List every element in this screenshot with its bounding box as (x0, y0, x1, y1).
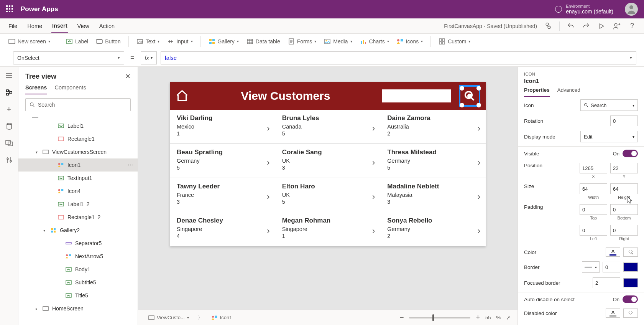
app-launcher-icon[interactable] (6, 5, 14, 13)
forms-menu[interactable]: Forms▾ (288, 38, 317, 45)
prop-border-color[interactable] (623, 262, 638, 272)
media-rail-icon[interactable] (5, 139, 13, 147)
gallery-menu[interactable]: Gallery▾ (209, 38, 239, 45)
gallery-cell[interactable]: Viki DarlingMexico1› (170, 110, 275, 144)
chevron-right-icon[interactable]: › (478, 192, 480, 202)
chevron-right-icon[interactable]: › (267, 124, 269, 134)
app-checker-icon[interactable] (544, 22, 552, 30)
tree-node[interactable]: Label1 (18, 119, 138, 132)
tree-node[interactable]: ▾Gallery2 (18, 224, 138, 237)
fit-icon[interactable]: ⤢ (506, 315, 511, 321)
chevron-right-icon[interactable]: › (372, 192, 375, 202)
gallery-cell[interactable]: Tawny LeederFrance3› (170, 178, 275, 212)
prop-color-swatch[interactable]: A (606, 247, 620, 257)
media-menu[interactable]: Media▾ (324, 38, 352, 45)
share-icon[interactable] (613, 22, 621, 30)
prop-autodisable-toggle[interactable] (623, 295, 638, 303)
breadcrumb-selected[interactable]: Icon1 (208, 313, 236, 322)
input-menu[interactable]: Input▾ (167, 38, 192, 45)
user-avatar[interactable] (625, 3, 638, 16)
gallery-cell[interactable]: Daine ZamoraAustralia2› (380, 110, 486, 144)
redo-icon[interactable] (582, 22, 590, 30)
selected-search-icon[interactable] (459, 85, 480, 107)
menu-home[interactable]: Home (26, 20, 43, 32)
menu-insert[interactable]: Insert (51, 20, 68, 33)
tab-screens[interactable]: Screens (25, 84, 47, 94)
chevron-right-icon[interactable]: › (478, 124, 480, 134)
prop-pad-bottom[interactable]: 0 (610, 204, 638, 215)
tree-node[interactable]: Icon1⋯ (18, 158, 138, 172)
prop-pos-x[interactable]: 1265 (580, 163, 607, 173)
fx-button[interactable]: fx▾ (141, 51, 157, 64)
prop-pad-left[interactable]: 0 (580, 225, 607, 236)
gallery-cell[interactable]: Beau SpratlingGermany5› (170, 144, 275, 178)
tree-node[interactable]: NextArrow5 (18, 250, 138, 263)
prop-rotation-input[interactable]: 0 (610, 115, 638, 126)
tree-node[interactable]: Title5 (18, 289, 138, 302)
charts-menu[interactable]: Charts▾ (360, 38, 389, 45)
prop-pos-y[interactable]: 22 (610, 163, 638, 173)
prop-focused-border-color[interactable] (623, 278, 638, 287)
chevron-right-icon[interactable]: ▸ (34, 307, 39, 311)
breadcrumb-screen[interactable]: ViewCusto... ▾ (145, 313, 192, 322)
zoom-in-icon[interactable]: + (476, 313, 480, 322)
tree-node[interactable]: TextInput1 (18, 172, 138, 185)
chevron-right-icon[interactable]: › (267, 192, 269, 202)
tree-node[interactable]: ▾ViewCustomersScreen (18, 145, 138, 158)
tree-node[interactable]: Subtitle5 (18, 276, 138, 289)
gallery-cell[interactable]: Thresa MilsteadGermany5› (380, 144, 486, 178)
undo-icon[interactable] (567, 22, 575, 30)
prop-disabledcolor-swatch[interactable]: A (606, 309, 620, 318)
prop-fill-swatch[interactable] (623, 247, 638, 257)
chevron-down-icon[interactable]: ▾ (41, 228, 47, 233)
text-menu[interactable]: Abc Text▾ (136, 38, 160, 45)
close-icon[interactable]: ✕ (125, 72, 131, 81)
chevron-right-icon[interactable]: › (267, 226, 269, 236)
chevron-right-icon[interactable]: › (372, 158, 375, 168)
prop-focused-border-width[interactable]: 2 (593, 277, 620, 288)
prop-disabledfill-swatch[interactable] (623, 309, 638, 318)
menu-view[interactable]: View (77, 20, 90, 32)
tab-components[interactable]: Components (54, 84, 86, 94)
tab-advanced[interactable]: Advanced (557, 87, 580, 97)
prop-icon-select[interactable]: Search ▾ (580, 99, 638, 111)
menu-action[interactable]: Action (99, 20, 115, 32)
prop-size-w[interactable]: 64 (580, 183, 607, 194)
prop-size-h[interactable]: 64 (610, 183, 638, 194)
tree-node[interactable]: Body1 (18, 263, 138, 276)
help-icon[interactable]: ? (628, 22, 636, 30)
datatable-button[interactable]: Data table (246, 38, 280, 45)
play-icon[interactable] (597, 22, 606, 30)
chevron-right-icon[interactable]: › (372, 124, 375, 134)
gallery-cell[interactable]: Bruna LylesCanada5› (275, 110, 381, 144)
tree-node[interactable]: Label1_2 (18, 198, 138, 211)
prop-displaymode-select[interactable]: Edit▾ (580, 131, 638, 142)
gallery-cell[interactable]: Sonya RebelloGermany2› (380, 212, 486, 246)
button-button[interactable]: Button (96, 38, 120, 45)
tree-search[interactable]: Search (25, 98, 131, 111)
tree-view-icon[interactable] (5, 88, 13, 97)
gallery-cell[interactable]: Elton HaroUK5› (275, 178, 381, 212)
chevron-right-icon[interactable]: › (478, 226, 480, 236)
label-button[interactable]: Label (66, 38, 88, 45)
gallery-cell[interactable]: Megan RohmanSingapore1› (275, 212, 381, 246)
preview-search-input[interactable] (382, 89, 451, 102)
zoom-slider[interactable] (409, 317, 470, 318)
tab-properties[interactable]: Properties (524, 87, 550, 97)
prop-pad-right[interactable]: 0 (610, 225, 638, 236)
property-selector[interactable]: OnSelect ▾ (13, 51, 124, 64)
chevron-right-icon[interactable]: › (267, 158, 269, 168)
chevron-right-icon[interactable]: › (372, 226, 375, 236)
environment-picker[interactable]: Environment enayu.com (default) (555, 4, 613, 15)
icons-menu[interactable]: Icons▾ (397, 38, 423, 45)
chevron-right-icon[interactable]: › (478, 158, 480, 168)
tree-node[interactable]: Icon4 (18, 185, 138, 198)
tree-node[interactable]: ▸HomeScreen (18, 302, 138, 315)
chevron-down-icon[interactable]: ▾ (34, 150, 39, 154)
gallery-cell[interactable]: Denae ChesleySingapore4› (170, 212, 275, 246)
more-icon[interactable]: ⋯ (128, 162, 134, 168)
formula-input[interactable]: false ▾ (161, 51, 636, 64)
tree-node[interactable]: Separator5 (18, 237, 138, 250)
home-icon[interactable] (175, 89, 189, 103)
hamburger-icon[interactable] (5, 71, 13, 80)
